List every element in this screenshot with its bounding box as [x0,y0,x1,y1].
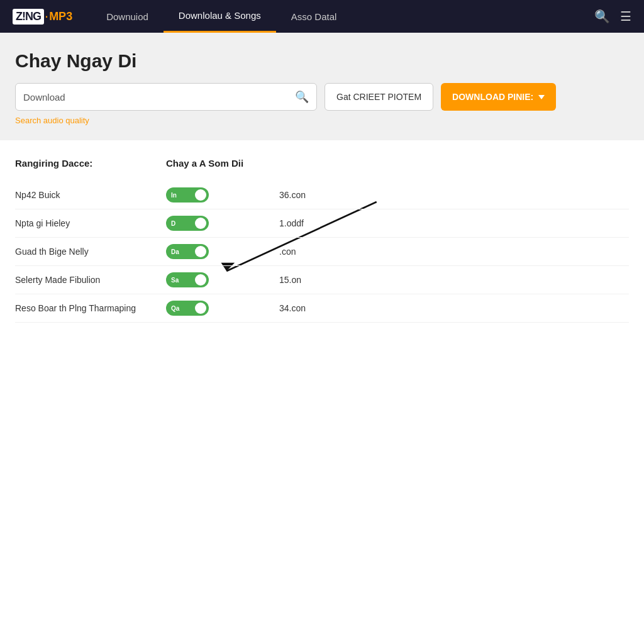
logo[interactable]: Z!NG · MP3 [13,8,72,25]
logo-zing: Z!NG [13,9,44,25]
toggle-label-5: Qa [169,305,182,312]
navbar: Z!NG · MP3 Downuiod Downlolau & Songs As… [0,0,644,33]
toggle-knob-2 [195,218,206,229]
primary-button-label: DOWNLOAD PINIE: [452,92,533,102]
toggle-label-1: In [169,192,179,199]
row-name-4: Selerty Made Fibulion [15,275,166,285]
primary-download-button[interactable]: DOWNLOAD PINIE: [441,83,556,111]
row-toggle-1[interactable]: In [166,187,279,203]
content: Rangiring Dacce: Chay a A Som Dii Np42 B… [0,140,644,340]
nav-icons: 🔍 ☰ [594,9,631,24]
search-row: 🔍 Gat CRIEET PIOTEM DOWNLOAD PINIE: [15,83,629,111]
toggle-label-4: Sa [169,277,181,284]
col-header-name: Rangiring Dacce: [15,158,166,169]
section-header: Rangiring Dacce: Chay a A Som Dii [15,158,629,169]
row-value-5: 34.con [279,303,629,313]
table-rows-container: Np42 Buick In 36.con Npta gi Hieley D 1.… [15,181,629,323]
row-value-1: 36.con [279,190,629,200]
dropdown-arrow-icon [538,95,545,99]
search-icon[interactable]: 🔍 [295,90,309,104]
toggle-label-3: Da [169,248,182,255]
row-value-2: 1.oddf [279,218,629,228]
toggle-label-2: D [169,220,178,227]
toggle-4[interactable]: Sa [166,272,209,287]
col-header-middle: Chay a A Som Dii [166,158,279,169]
table-row: Guad th Bige Nelly Da .con [15,238,629,266]
nav-link-download[interactable]: Downuiod [91,0,164,33]
row-toggle-3[interactable]: Da [166,244,279,259]
nav-links: Downuiod Downlolau & Songs Asso Datal [91,0,594,33]
toggle-1[interactable]: In [166,187,209,203]
toggle-3[interactable]: Da [166,244,209,259]
search-input[interactable] [23,92,295,103]
toggle-knob-1 [195,189,206,201]
table-row: Np42 Buick In 36.con [15,181,629,209]
nav-link-asso[interactable]: Asso Datal [276,0,352,33]
toggle-5[interactable]: Qa [166,301,209,316]
toggle-2[interactable]: D [166,216,209,231]
col-header-right [279,158,629,169]
nav-link-downlolau[interactable]: Downlolau & Songs [164,0,276,33]
table-row: Reso Boar th Plng Tharmaping Qa 34.con [15,294,629,323]
row-value-3: .con [279,247,629,257]
toggle-knob-4 [195,274,206,286]
search-nav-icon[interactable]: 🔍 [594,9,610,24]
table-row: Npta gi Hieley D 1.oddf [15,209,629,238]
row-name-3: Guad th Bige Nelly [15,247,166,257]
menu-icon[interactable]: ☰ [620,9,631,24]
row-name-1: Np42 Buick [15,190,166,200]
row-toggle-4[interactable]: Sa [166,272,279,287]
row-name-5: Reso Boar th Plng Tharmaping [15,303,166,313]
search-box[interactable]: 🔍 [15,83,317,111]
logo-dot: · [45,8,48,25]
toggle-knob-5 [195,303,206,314]
row-toggle-5[interactable]: Qa [166,301,279,316]
row-value-4: 15.on [279,275,629,285]
row-toggle-2[interactable]: D [166,216,279,231]
table-row: Selerty Made Fibulion Sa 15.on [15,266,629,294]
search-hint[interactable]: Search audio quality [15,116,629,125]
secondary-button[interactable]: Gat CRIEET PIOTEM [325,83,433,111]
logo-mp3: MP3 [49,10,72,23]
toggle-knob-3 [195,246,206,257]
row-name-2: Npta gi Hieley [15,218,166,228]
page-title: Chay Ngay Di [15,50,629,72]
header-section: Chay Ngay Di 🔍 Gat CRIEET PIOTEM DOWNLOA… [0,33,644,140]
